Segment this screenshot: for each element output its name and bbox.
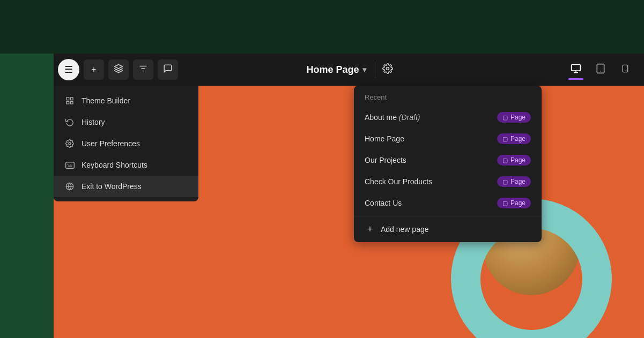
comments-icon (163, 64, 173, 76)
toolbar-center: Home Page ▾ (300, 59, 397, 80)
gear-icon (382, 63, 393, 77)
page-doc-icon: ▢ (502, 200, 508, 207)
menu-item-label: Exit to WordPress (82, 182, 142, 191)
badge-label: Page (510, 135, 525, 142)
recent-item-name: Our Projects (365, 156, 406, 164)
settings-filter-button[interactable] (133, 59, 153, 80)
draft-label: (Draft) (399, 113, 420, 122)
page-title-button[interactable]: Home Page ▾ (300, 60, 372, 80)
recent-item-contact-us[interactable]: Contact Us ▢ Page (354, 192, 542, 214)
badge-label: Page (510, 114, 525, 121)
badge-label: Page (510, 199, 525, 207)
page-doc-icon: ▢ (502, 114, 508, 121)
side-menu: Theme Builder History User Preferences (54, 86, 198, 201)
recent-header: Recent (354, 86, 542, 107)
page-doc-icon: ▢ (502, 178, 508, 185)
toolbar-left: ☰ + (54, 59, 178, 80)
page-badge: ▢ Page (497, 133, 531, 144)
sliders-icon (64, 138, 75, 149)
menu-item-label: Keyboard Shortcuts (82, 161, 147, 169)
grid-icon (64, 95, 75, 106)
add-icon: + (91, 65, 96, 74)
svg-rect-14 (66, 101, 69, 104)
outer-top-bar (0, 0, 644, 54)
history-icon (64, 117, 75, 127)
keyboard-icon (64, 160, 75, 170)
svg-rect-13 (70, 97, 73, 100)
recent-item-name: About me (Draft) (365, 113, 420, 122)
layers-button[interactable] (108, 59, 129, 80)
recent-item-name: Home Page (365, 134, 404, 143)
desktop-view-button[interactable] (566, 59, 586, 80)
page-title-text: Home Page (306, 64, 359, 76)
page-doc-icon: ▢ (502, 136, 508, 142)
tablet-icon (595, 63, 606, 77)
menu-item-label: User Preferences (82, 139, 140, 148)
svg-rect-15 (70, 101, 73, 104)
page-badge: ▢ Page (497, 112, 531, 123)
plus-icon: + (365, 224, 375, 235)
hamburger-button[interactable]: ☰ (58, 59, 79, 80)
editor-wrapper: ☰ + (54, 54, 644, 338)
page-badge: ▢ Page (497, 198, 531, 208)
add-new-page-label: Add new page (381, 225, 429, 234)
tablet-view-button[interactable] (590, 59, 611, 80)
recent-item-name: Check Our Products (365, 177, 432, 186)
chevron-down-icon: ▾ (362, 65, 366, 74)
svg-point-4 (386, 67, 389, 70)
menu-item-exit-wordpress[interactable]: Exit to WordPress (54, 176, 198, 197)
toolbar: ☰ + (54, 54, 644, 86)
menu-item-keyboard-shortcuts[interactable]: Keyboard Shortcuts (54, 154, 198, 176)
menu-item-user-preferences[interactable]: User Preferences (54, 133, 198, 154)
svg-rect-12 (66, 97, 69, 100)
menu-item-label: History (82, 118, 105, 126)
recent-item-about-me[interactable]: About me (Draft) ▢ Page (354, 107, 542, 128)
recent-item-home-page[interactable]: Home Page ▢ Page (354, 128, 542, 149)
recent-item-check-our-products[interactable]: Check Our Products ▢ Page (354, 171, 542, 192)
svg-marker-0 (115, 65, 123, 69)
hamburger-icon: ☰ (64, 64, 73, 76)
layers-icon (114, 64, 123, 76)
menu-item-history[interactable]: History (54, 111, 198, 133)
badge-label: Page (510, 178, 525, 185)
settings-filter-icon (138, 64, 148, 76)
wordpress-icon (64, 181, 75, 192)
add-button[interactable]: + (84, 59, 104, 80)
mobile-icon (621, 63, 630, 77)
menu-item-theme-builder[interactable]: Theme Builder (54, 90, 198, 111)
recent-item-name: Contact Us (365, 199, 402, 207)
recent-item-our-projects[interactable]: Our Projects ▢ Page (354, 149, 542, 171)
badge-label: Page (510, 156, 525, 164)
toolbar-divider (375, 62, 375, 78)
svg-rect-17 (65, 162, 74, 168)
add-new-page-button[interactable]: + Add new page (354, 216, 542, 242)
svg-rect-10 (623, 65, 627, 72)
gear-button[interactable] (377, 59, 398, 80)
toolbar-right (566, 59, 644, 80)
svg-rect-5 (572, 64, 581, 71)
page-badge: ▢ Page (497, 155, 531, 166)
comments-button[interactable] (158, 59, 178, 80)
page-badge: ▢ Page (497, 176, 531, 187)
mobile-view-button[interactable] (615, 59, 635, 80)
svg-point-16 (69, 142, 71, 145)
recent-dropdown: Recent About me (Draft) ▢ Page Home Page… (354, 86, 542, 242)
desktop-icon (571, 63, 581, 77)
menu-item-label: Theme Builder (82, 96, 130, 105)
page-doc-icon: ▢ (502, 157, 508, 164)
